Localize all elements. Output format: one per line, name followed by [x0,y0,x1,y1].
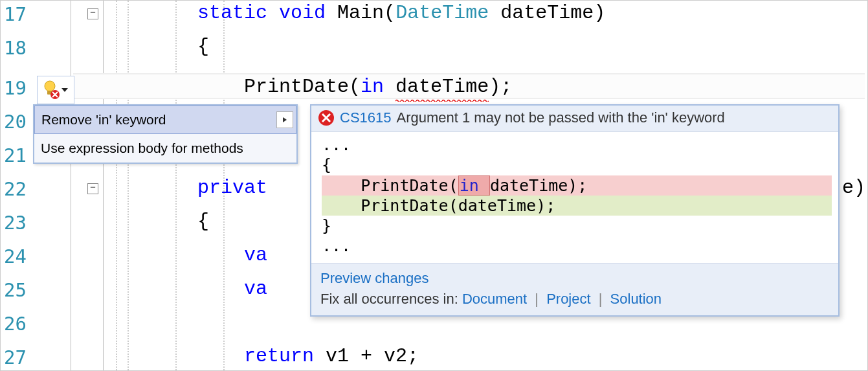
quick-actions-menu: Remove 'in' keyword Use expression body … [33,104,298,164]
action-label: Remove 'in' keyword [41,112,166,128]
diff-removed-line: PrintDate(in dateTime); [322,175,832,196]
diff-context: ... [322,135,832,155]
diff-brace: } [322,216,832,236]
fold-toggle-icon[interactable] [87,183,98,194]
diff-context: ... [322,236,832,256]
fix-preview-popup: CS1615 Argument 1 may not be passed with… [310,104,840,317]
diff-preview: ... { PrintDate(in dateTime); PrintDate(… [311,132,838,263]
lineno-18: 18 [1,37,27,59]
fix-scope-document[interactable]: Document [462,291,527,307]
lineno-21: 21 [1,144,27,166]
action-label: Use expression body for methods [41,141,243,156]
error-icon [318,109,335,126]
error-message: Argument 1 may not be passed with the 'i… [397,109,725,126]
code-line-19[interactable]: PrintDate(in dateTime); [104,77,867,96]
quick-actions-bulb[interactable] [37,76,74,104]
lineno-27: 27 [1,346,27,368]
error-squiggle: dateTime [395,76,489,98]
error-header: CS1615 Argument 1 may not be passed with… [311,106,838,132]
preview-footer: Preview changes Fix all occurrences in: … [311,263,838,315]
gutter: 17 18 19 20 21 22 23 24 25 26 27 [1,1,71,370]
action-use-expression-body[interactable]: Use expression body for methods [34,134,296,163]
lightbulb-error-icon [43,80,60,100]
code-line-17[interactable]: static void Main(DateTime dateTime) [104,3,867,23]
lineno-22: 22 [1,178,27,200]
lineno-23: 23 [1,212,27,234]
svg-point-0 [45,81,55,91]
fix-all-label: Fix all occurrences in: [320,291,458,307]
lineno-19: 19 [1,77,27,99]
fix-scope-solution[interactable]: Solution [610,291,662,307]
lineno-20: 20 [1,111,27,133]
error-code: CS1615 [340,109,392,126]
submenu-arrow-icon[interactable] [276,111,293,128]
lineno-24: 24 [1,245,27,267]
code-editor[interactable]: 17 18 19 20 21 22 23 24 25 26 27 static … [0,0,868,371]
lineno-26: 26 [1,313,27,335]
fold-toggle-icon[interactable] [87,8,98,19]
diff-added-line: PrintDate(dateTime); [322,196,832,216]
lineno-17: 17 [1,3,27,25]
preview-changes-link[interactable]: Preview changes [320,270,429,286]
chevron-down-icon [61,87,69,93]
lineno-25: 25 [1,279,27,301]
fix-scope-project[interactable]: Project [546,291,590,307]
diff-brace: { [322,155,832,175]
removed-keyword: in [458,175,490,196]
code-line-18[interactable]: { [104,37,867,56]
action-remove-in-keyword[interactable]: Remove 'in' keyword [34,106,296,134]
code-line-27[interactable]: return v1 + v2; [104,346,867,366]
